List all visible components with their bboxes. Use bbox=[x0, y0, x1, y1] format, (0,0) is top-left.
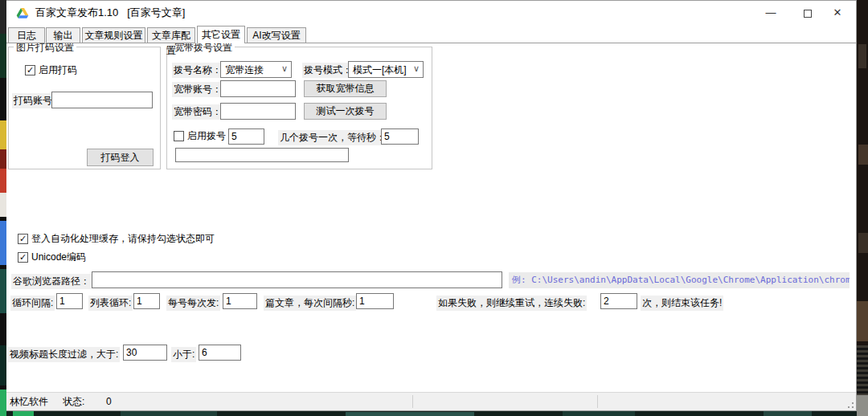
captcha-settings-group: 图片打码设置 ✓ 启用打码 打码账号: 打码登入 bbox=[8, 47, 161, 169]
desktop-fragment bbox=[0, 389, 6, 416]
broadband-password-input[interactable] bbox=[220, 103, 296, 120]
desktop-fragment bbox=[857, 395, 868, 416]
captcha-account-label: 打码账号: bbox=[12, 93, 56, 108]
dial-settings-group: 宽带拨号设置 拨号名称： 宽带连接 ∨ 拨号模式： 模式一[本机] ∨ 宽带账号… bbox=[166, 47, 432, 169]
resize-grip[interactable] bbox=[845, 400, 855, 410]
status-separator bbox=[597, 395, 598, 408]
tab-log[interactable]: 日志 bbox=[8, 27, 45, 43]
desktop-fragment bbox=[13, 411, 34, 416]
desktop-fragment bbox=[0, 269, 6, 313]
article-gap-input[interactable] bbox=[356, 293, 394, 309]
desktop-fragment bbox=[857, 345, 868, 395]
desktop-fragment bbox=[857, 301, 868, 341]
window-title: 百家文章发布1.10 [百家号文章] bbox=[35, 1, 185, 25]
dial-name-select[interactable]: 宽带连接 ∨ bbox=[220, 61, 292, 78]
enable-captcha-checkbox[interactable]: ✓ 启用打码 bbox=[25, 63, 77, 77]
checkbox-icon[interactable]: ✓ bbox=[18, 252, 28, 263]
captcha-account-input[interactable] bbox=[51, 92, 153, 108]
checkbox-icon[interactable]: ✓ bbox=[25, 65, 35, 75]
checkbox-icon[interactable]: ✓ bbox=[18, 234, 28, 244]
article-gap-label: 篇文章，每次间隔秒: bbox=[264, 296, 356, 311]
fail-suffix-label: 次，则结束该任务! bbox=[641, 296, 723, 311]
desktop-fragment bbox=[121, 411, 217, 416]
list-loop-label: 列表循环: bbox=[88, 296, 133, 311]
chrome-path-label: 谷歌浏览器路径： bbox=[11, 274, 92, 289]
unicode-checkbox[interactable]: ✓ Unicode编码 bbox=[18, 251, 86, 264]
chrome-path-hint: 例: C:\Users\andin\AppData\Local\Google\C… bbox=[509, 272, 850, 288]
tab-other-settings[interactable]: 其它设置 bbox=[197, 26, 245, 43]
app-window: 百家文章发布1.10 [百家号文章] — ✕ 日志 输出 文章规则设置 文章库配… bbox=[6, 0, 857, 411]
video-lt-label: 小于: bbox=[171, 347, 196, 362]
get-broadband-info-button[interactable]: 获取宽带信息 bbox=[304, 80, 387, 97]
desktop-fragment bbox=[0, 34, 6, 78]
enable-dial-label: 启用拨号 bbox=[187, 129, 226, 143]
app-icon bbox=[16, 6, 29, 19]
captcha-login-button[interactable]: 打码登入 bbox=[87, 149, 154, 166]
broadband-account-input[interactable] bbox=[220, 80, 296, 97]
tab-output[interactable]: 输出 bbox=[46, 27, 80, 43]
chevron-down-icon: ∨ bbox=[413, 63, 420, 74]
desktop-fragment bbox=[0, 193, 6, 217]
minimize-button[interactable]: — bbox=[752, 1, 789, 25]
loop-interval-input[interactable] bbox=[56, 293, 83, 309]
dial-mode-value: 模式一[本机] bbox=[353, 64, 407, 75]
title-bar[interactable]: 百家文章发布1.10 [百家号文章] — ✕ bbox=[6, 1, 856, 25]
dial-mode-label: 拨号模式： bbox=[302, 63, 354, 78]
enable-captcha-label: 启用打码 bbox=[39, 63, 77, 77]
tab-article-rules[interactable]: 文章规则设置 bbox=[82, 27, 145, 43]
unicode-label: Unicode编码 bbox=[31, 251, 86, 264]
video-lt-input[interactable] bbox=[199, 345, 241, 361]
desktop-fragment bbox=[0, 169, 6, 193]
dial-extra-input[interactable] bbox=[175, 148, 349, 162]
fail-count-input[interactable] bbox=[600, 293, 637, 309]
dial-mode-select[interactable]: 模式一[本机] ∨ bbox=[348, 61, 424, 78]
status-value: 0 bbox=[106, 393, 112, 410]
status-bar: 林忆软件 状态: 0 bbox=[6, 392, 856, 410]
dial-name-value: 宽带连接 bbox=[225, 64, 264, 75]
enable-dial-checkbox[interactable]: 启用拨号 bbox=[174, 129, 226, 143]
checkbox-icon[interactable] bbox=[174, 131, 184, 141]
desktop-fragment bbox=[764, 411, 812, 416]
tab-article-library[interactable]: 文章库配置 bbox=[147, 27, 195, 43]
status-label: 状态: bbox=[63, 393, 84, 410]
video-filter-label: 视频标题长度过滤，大于: bbox=[8, 347, 120, 362]
desktop-fragment bbox=[0, 0, 6, 34]
test-dial-button[interactable]: 测试一次拨号 bbox=[304, 103, 387, 120]
fail-retry-label: 如果失败，则继续重试，连续失败: bbox=[436, 296, 587, 311]
broadband-account-label: 宽带账号： bbox=[172, 82, 223, 97]
loop-interval-label: 循环间隔: bbox=[10, 296, 55, 311]
brand-label: 林忆软件 bbox=[10, 393, 48, 410]
desktop-fragment bbox=[0, 345, 6, 385]
chrome-path-input[interactable] bbox=[92, 271, 502, 288]
status-separator bbox=[412, 395, 413, 408]
desktop-fragment bbox=[0, 149, 6, 169]
chevron-down-icon: ∨ bbox=[281, 63, 288, 74]
desktop-fragment bbox=[0, 221, 6, 265]
desktop-fragment bbox=[0, 120, 6, 149]
per-account-input[interactable] bbox=[223, 293, 257, 309]
desktop-fragment bbox=[346, 412, 474, 416]
dial-count-input[interactable] bbox=[228, 128, 264, 145]
desktop-fragment bbox=[858, 233, 868, 253]
desktop-fragment bbox=[858, 145, 868, 165]
maximize-icon bbox=[804, 10, 812, 18]
close-button[interactable]: ✕ bbox=[819, 1, 856, 25]
dial-wait-input[interactable] bbox=[381, 128, 419, 145]
cache-label: 登入自动化处理缓存，请保持勾选状态即可 bbox=[31, 232, 215, 246]
dial-wait-label: 几个拨号一次，等待秒： bbox=[278, 130, 387, 145]
desktop-fragment bbox=[563, 411, 635, 416]
per-account-label: 每号每次发: bbox=[166, 296, 220, 311]
dial-name-label: 拨号名称： bbox=[172, 63, 223, 78]
tab-ai-rewrite[interactable]: AI改写设置 bbox=[247, 27, 306, 43]
list-loop-input[interactable] bbox=[133, 293, 160, 309]
video-gt-input[interactable] bbox=[123, 345, 167, 361]
desktop-fragment bbox=[858, 44, 866, 68]
cache-checkbox[interactable]: ✓ 登入自动化处理缓存，请保持勾选状态即可 bbox=[18, 232, 215, 246]
tab-strip: 日志 输出 文章规则设置 文章库配置 其它设置 AI改写设置 bbox=[6, 26, 856, 43]
broadband-password-label: 宽带密码： bbox=[172, 104, 223, 120]
